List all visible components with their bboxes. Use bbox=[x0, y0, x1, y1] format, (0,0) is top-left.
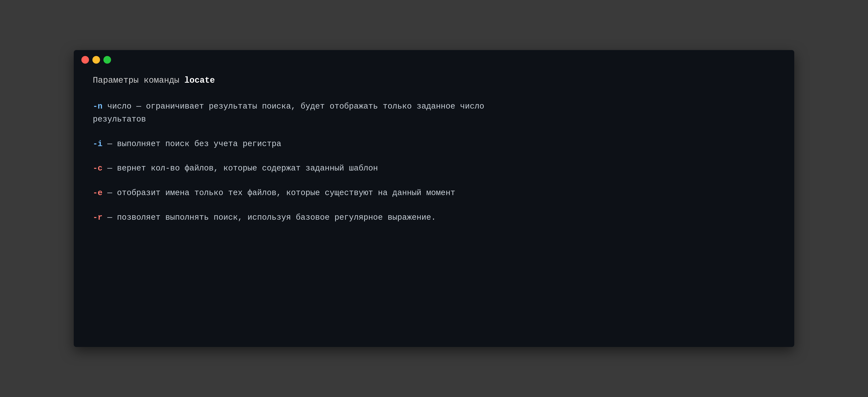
heading-command: locate bbox=[184, 76, 215, 85]
heading-prefix: Параметры команды bbox=[93, 76, 184, 85]
title-bar bbox=[74, 50, 794, 69]
param-n-desc: число — ограничивает результаты поиска, … bbox=[93, 102, 484, 124]
flag-r: -r bbox=[93, 213, 102, 222]
flag-n: -n bbox=[93, 102, 102, 111]
param-e-block: -e — отобразит имена только тех файлов, … bbox=[93, 187, 775, 200]
close-button[interactable] bbox=[82, 56, 89, 64]
terminal-content: Параметры команды locate -n число — огра… bbox=[74, 69, 794, 224]
page-heading: Параметры команды locate bbox=[93, 74, 775, 87]
param-n-block: -n число — ограничивает результаты поиск… bbox=[93, 100, 775, 126]
terminal-window: Параметры команды locate -n число — огра… bbox=[74, 50, 794, 347]
minimize-button[interactable] bbox=[92, 56, 100, 64]
param-r-desc: — позволяет выполнять поиск, используя б… bbox=[102, 213, 436, 222]
param-i-block: -i — выполняет поиск без учета регистра bbox=[93, 138, 775, 150]
maximize-button[interactable] bbox=[103, 56, 111, 64]
param-c-desc: — вернет кол-во файлов, которые содержат… bbox=[102, 164, 378, 173]
flag-e: -e bbox=[93, 188, 102, 197]
param-i-desc: — выполняет поиск без учета регистра bbox=[102, 139, 281, 148]
param-e-desc: — отобразит имена только тех файлов, кот… bbox=[102, 188, 456, 197]
flag-i: -i bbox=[93, 139, 102, 148]
param-r-block: -r — позволяет выполнять поиск, использу… bbox=[93, 211, 775, 224]
flag-c: -c bbox=[93, 164, 102, 173]
param-c-block: -c — вернет кол-во файлов, которые содер… bbox=[93, 162, 775, 175]
